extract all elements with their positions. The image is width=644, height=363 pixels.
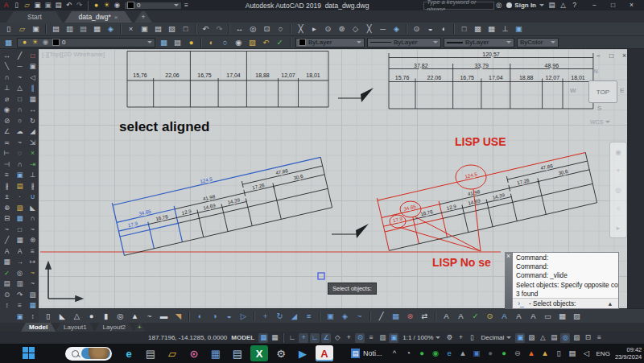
movies-tv-icon[interactable]: ▶ xyxy=(294,345,312,361)
annotation-scale-gear-icon[interactable]: ⚙ xyxy=(444,333,454,343)
lengthen-icon[interactable]: ↦ xyxy=(27,257,39,268)
chamfer-icon[interactable]: ◣ xyxy=(27,202,39,213)
showmotion-icon[interactable]: ▸ xyxy=(613,222,624,233)
line-icon[interactable]: ╱ xyxy=(14,50,26,61)
new-tab-button[interactable]: + xyxy=(134,11,152,23)
volume-icon[interactable]: ◁ xyxy=(580,349,592,359)
tab-model[interactable]: Model xyxy=(21,323,56,332)
paste-icon[interactable]: ▤ xyxy=(152,24,164,35)
help-icon[interactable]: ? xyxy=(570,1,579,10)
move-icon[interactable]: ↔ xyxy=(27,105,39,116)
phone-link-icon[interactable]: ● xyxy=(498,349,510,359)
zoom-tool-icon[interactable]: ◎ xyxy=(613,184,624,196)
aligned-dimension-icon[interactable]: ╲ xyxy=(2,61,13,72)
transparency-icon[interactable]: ▥ xyxy=(378,333,387,343)
layer-sun-icon[interactable]: ☀ xyxy=(31,38,39,47)
dropdown-caret-icon[interactable] xyxy=(147,39,152,45)
color-control-dropdown[interactable]: ByLayer xyxy=(295,38,365,47)
menu-icon[interactable]: ≡ xyxy=(182,1,191,10)
calculator-icon[interactable]: ▦ xyxy=(207,345,225,361)
extend-icon[interactable]: ⇥ xyxy=(27,159,39,170)
jogged-dimension-icon[interactable]: ◉ xyxy=(2,105,13,116)
subtract-icon[interactable]: ◑ xyxy=(208,311,221,321)
dropdown-caret-icon[interactable] xyxy=(173,2,179,8)
settings-icon[interactable]: ⚙ xyxy=(272,345,290,361)
qat-save-as-icon[interactable]: ▣ xyxy=(43,1,52,10)
revision-cloud-icon[interactable]: ☁ xyxy=(14,126,26,138)
ortho-mode-icon[interactable]: ∟ xyxy=(310,333,320,343)
helix-icon[interactable]: ↷ xyxy=(14,289,26,300)
viewcube-south[interactable]: S xyxy=(597,105,601,112)
layer-on-bulb-icon[interactable]: ● xyxy=(92,1,101,10)
ordinate-dimension-icon[interactable]: ⊥ xyxy=(2,83,13,94)
batch-plot-icon[interactable]: ▤ xyxy=(77,24,89,35)
coordinates-readout[interactable]: 187.7196, -14.1285, 0.0000 xyxy=(148,334,227,341)
viewport-minimize-icon[interactable]: − xyxy=(594,52,603,60)
ellipse-icon[interactable]: ◌ xyxy=(14,148,26,159)
ray-icon[interactable]: → xyxy=(14,257,26,268)
viewcube-east[interactable]: E xyxy=(620,87,624,94)
helix-solid-icon[interactable]: ~ xyxy=(143,311,155,321)
layer-unlock-icon[interactable]: ◉ xyxy=(113,1,122,10)
extrude-icon[interactable]: ◥ xyxy=(172,311,184,321)
orbit-tool-icon[interactable]: ○ xyxy=(613,204,624,215)
divide-icon[interactable]: ◒ xyxy=(424,24,436,35)
layer-bulb-icon[interactable]: ● xyxy=(20,38,29,47)
nudge-icon[interactable]: ↕ xyxy=(27,311,39,322)
tuneup-icon[interactable]: ◉ xyxy=(430,349,442,359)
erase-icon[interactable]: □ xyxy=(180,24,192,35)
redo-icon[interactable]: ↷ xyxy=(213,24,225,35)
arc-length-dimension-icon[interactable]: ∩ xyxy=(2,72,13,83)
crosshair-icon[interactable]: + xyxy=(456,333,465,343)
layer-dropdown[interactable]: ●☀◉ 0 xyxy=(17,38,155,47)
tab-layout1[interactable]: Layout1 xyxy=(56,323,94,332)
auto-scale-icon[interactable]: ▨ xyxy=(526,333,536,343)
navigation-bar[interactable]: ◉+◎○▸ xyxy=(609,142,627,238)
do-not-disturb-icon[interactable]: ⊖ xyxy=(512,349,524,359)
quick-dimension-icon[interactable]: ≍ xyxy=(2,137,13,148)
minimize-icon[interactable]: − xyxy=(590,1,599,10)
jogged-linear-icon[interactable]: ~ xyxy=(2,224,13,235)
intersect-icon[interactable]: ◒ xyxy=(223,311,235,321)
spline-icon[interactable]: ~ xyxy=(14,137,26,148)
diameter-dimension-icon[interactable]: ⊘ xyxy=(2,115,13,126)
viewport-close-icon[interactable]: × xyxy=(620,52,629,60)
layer-properties-icon[interactable]: ▦ xyxy=(158,37,170,47)
taskbar-clock[interactable]: 09:42 23/9/2024 xyxy=(615,346,642,361)
layer-off-icon[interactable]: ● xyxy=(185,37,197,47)
join-icon[interactable]: ∪ xyxy=(27,192,39,203)
image-attach-icon[interactable]: ▣ xyxy=(14,311,26,322)
break-icon[interactable]: ∦ xyxy=(27,180,39,192)
continue-dimension-icon[interactable]: ⊣ xyxy=(2,159,13,170)
units-ruler-icon[interactable]: ▯ xyxy=(467,333,477,343)
measure-icon[interactable]: ◐ xyxy=(438,24,450,35)
multiline-text-icon[interactable]: A xyxy=(14,245,26,257)
zoom-realtime-icon[interactable]: ◎ xyxy=(247,24,259,35)
layer-sun-icon[interactable]: ☀ xyxy=(102,1,111,10)
background-mask-icon[interactable]: ▦ xyxy=(556,311,568,321)
edit-array-icon[interactable]: ▦ xyxy=(27,300,39,311)
point-style-icon[interactable]: ⊙ xyxy=(411,24,423,35)
plot-preview-icon[interactable]: ▥ xyxy=(64,24,76,35)
dynamic-input-icon[interactable]: + xyxy=(299,333,308,343)
stretch-icon[interactable]: ⇲ xyxy=(27,137,39,148)
scale-text-icon[interactable]: A xyxy=(513,311,525,321)
close-icon[interactable]: × xyxy=(627,1,636,10)
loft-icon[interactable]: ◈ xyxy=(339,311,351,321)
torus-solid-icon[interactable]: ◎ xyxy=(114,311,126,321)
region-icon[interactable]: □ xyxy=(14,224,26,235)
dropdown-caret-icon[interactable] xyxy=(356,39,361,45)
language-indicator[interactable]: ENG xyxy=(597,350,610,357)
edge-browser-icon[interactable]: e xyxy=(120,345,138,361)
blue-selected-drawing[interactable]: 124,5 47,86 34,65 41,98 17,26 30,6 17,9 … xyxy=(111,151,332,256)
construction-line-icon[interactable]: ─ xyxy=(14,61,26,72)
region-icon[interactable]: □ xyxy=(458,24,470,35)
3d-scale-icon[interactable]: ◢ xyxy=(288,311,300,321)
qat-redo-icon[interactable]: ↷ xyxy=(75,1,84,10)
box-solid-icon[interactable]: ▯ xyxy=(42,311,54,321)
polysolid-icon[interactable]: ▣ xyxy=(324,311,336,321)
pan-tool-icon[interactable]: + xyxy=(613,166,624,177)
ccleaner-icon[interactable]: ▲ xyxy=(526,349,538,359)
snap-endpoint-icon[interactable]: ╳ xyxy=(295,24,307,35)
export-icon[interactable]: ◈ xyxy=(105,24,117,35)
